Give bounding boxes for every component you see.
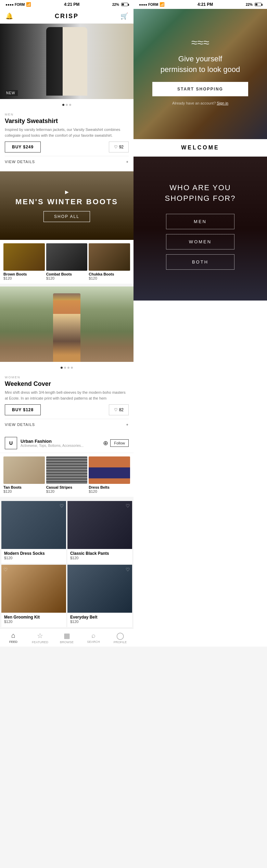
belt-info: Everyday Belt $120 bbox=[67, 613, 132, 627]
hero-tagline: Give yourself permission to look good bbox=[152, 54, 248, 75]
product-category: MEN bbox=[5, 113, 129, 116]
status-time: 4:21 PM bbox=[64, 2, 79, 7]
socks-price: $120 bbox=[4, 556, 63, 560]
app-header: 🔔 CRISP 🛒 bbox=[0, 9, 134, 24]
grooming-price: $120 bbox=[4, 620, 63, 624]
view-details[interactable]: VIEW DETAILS + bbox=[5, 156, 129, 167]
shopping-for-section: WHO ARE YOU SHOPPING FOR? MEN WOMEN BOTH bbox=[134, 157, 267, 301]
brand-info: Urban Fashion Activewear, Tops, Bottoms,… bbox=[21, 439, 103, 448]
chukka-boots-name: Chukka Boots bbox=[89, 272, 130, 276]
brand-name: Urban Fashion bbox=[21, 439, 103, 444]
add-icon: ⊕ bbox=[103, 439, 108, 447]
new-badge: NEW bbox=[3, 89, 18, 96]
brand-logo: U bbox=[5, 437, 17, 449]
right-wifi-icon: 📶 bbox=[160, 2, 165, 7]
grid-item-grooming[interactable]: ♡ Men Grooming Kit $120 bbox=[1, 565, 66, 627]
signin-link[interactable]: Sign in bbox=[217, 101, 228, 105]
grooming-like-icon[interactable]: ♡ bbox=[3, 567, 8, 572]
brown-boots-name: Brown Boots bbox=[3, 272, 45, 276]
start-shopping-button[interactable]: START SHOPPING bbox=[152, 82, 248, 96]
image-dots bbox=[0, 99, 134, 109]
shop-all-button[interactable]: SHOP ALL bbox=[43, 211, 90, 222]
browse-label: BROWSE bbox=[60, 640, 74, 644]
wifi-icon: 📶 bbox=[26, 2, 31, 7]
socks-like-icon[interactable]: ♡ bbox=[60, 503, 64, 509]
welcome-title: WELCOME bbox=[181, 145, 219, 150]
grid-item-casual-stripes[interactable]: Casual Stripes $120 bbox=[46, 456, 88, 493]
right-status-left: ●●●● FORM 📶 bbox=[139, 2, 165, 7]
plus-icon: + bbox=[126, 160, 129, 164]
women-product-description: Mini shift dress with 3/4-length bell-sl… bbox=[5, 390, 129, 401]
nav-browse[interactable]: ▦ BROWSE bbox=[53, 632, 80, 644]
product-info: MEN Varsity Sweatshirt Inspired by varsi… bbox=[0, 109, 134, 171]
cart-icon[interactable]: 🛒 bbox=[120, 12, 128, 20]
pants-name: Classic Black Pants bbox=[70, 551, 129, 556]
follow-button[interactable]: Follow bbox=[110, 439, 129, 447]
nav-search[interactable]: ⌕ SEARCH bbox=[80, 632, 107, 644]
belt-price: $120 bbox=[70, 620, 129, 624]
grooming-info: Men Grooming Kit $120 bbox=[1, 613, 66, 627]
men-button[interactable]: MEN bbox=[166, 214, 234, 229]
women-view-details[interactable]: VIEW DETAILS + bbox=[5, 419, 129, 430]
status-bar: ●●●● FORM 📶 4:21 PM 22% bbox=[0, 0, 134, 9]
app-logo: CRISP bbox=[55, 13, 79, 20]
grid-item-chukka-boots[interactable]: Chukka Boots $120 bbox=[89, 243, 130, 280]
status-right: 22% bbox=[112, 3, 128, 7]
brown-boots-price: $120 bbox=[3, 276, 45, 280]
wide-grid-1: ♡ Modern Dress Socks $120 ♡ Classic Blac… bbox=[0, 500, 134, 565]
featured-icon: ☆ bbox=[37, 632, 43, 640]
women-product-actions: BUY $128 ♡ 82 bbox=[5, 404, 129, 415]
pants-info: Classic Black Pants $120 bbox=[67, 549, 132, 563]
grid-item-dress-belts[interactable]: Dress Belts $120 bbox=[89, 456, 130, 493]
right-battery-icon bbox=[255, 3, 262, 6]
watch-hero-image: ≈≈≈ Give yourself permission to look goo… bbox=[134, 9, 267, 139]
profile-label: PROFILE bbox=[114, 640, 127, 644]
wide-grid-2: ♡ Men Grooming Kit $120 ♡ Everyday Belt … bbox=[0, 565, 134, 628]
buy-button[interactable]: BUY $249 bbox=[5, 142, 41, 152]
grid-item-brown-boots[interactable]: Brown Boots $120 bbox=[3, 243, 45, 280]
casual-stripes-name: Casual Stripes bbox=[46, 485, 88, 489]
browse-icon: ▦ bbox=[64, 632, 70, 640]
women-like-button[interactable]: ♡ 82 bbox=[109, 404, 129, 415]
brand-row: U Urban Fashion Activewear, Tops, Bottom… bbox=[0, 433, 134, 453]
grid-item-pants[interactable]: ♡ Classic Black Pants $120 bbox=[67, 501, 132, 563]
women-buy-button[interactable]: BUY $128 bbox=[5, 404, 41, 415]
bottom-nav: ⌂ FEED ☆ FEATURED ▦ BROWSE ⌕ SEARCH ◯ PR… bbox=[0, 628, 134, 647]
nav-profile[interactable]: ◯ PROFILE bbox=[107, 632, 134, 644]
heart-icon: ♡ bbox=[114, 145, 118, 149]
product-description: Inspired by varsity letterman jackets, o… bbox=[5, 127, 129, 138]
dress-belts-price: $120 bbox=[89, 489, 130, 493]
women-category: WOMEN bbox=[5, 376, 129, 379]
notification-icon[interactable]: 🔔 bbox=[5, 12, 13, 20]
right-signal: ●●●● FORM bbox=[139, 3, 158, 7]
grid-item-socks[interactable]: ♡ Modern Dress Socks $120 bbox=[1, 501, 66, 563]
brown-boots-image bbox=[3, 243, 45, 271]
like-button[interactable]: ♡ 92 bbox=[109, 142, 129, 152]
grid-item-combat-boots[interactable]: Combat Boots $120 bbox=[46, 243, 88, 280]
women-button[interactable]: WOMEN bbox=[166, 234, 234, 249]
both-button[interactable]: BOTH bbox=[166, 254, 234, 270]
battery-icon bbox=[121, 3, 128, 6]
search-label: SEARCH bbox=[87, 640, 100, 644]
grooming-name: Men Grooming Kit bbox=[4, 615, 63, 620]
like-count: 92 bbox=[119, 145, 124, 149]
feed-icon: ⌂ bbox=[11, 632, 15, 639]
product-actions: BUY $249 ♡ 92 bbox=[5, 142, 129, 152]
women-like-count: 82 bbox=[119, 407, 124, 412]
urban-grid: Tan Boots $120 Casual Stripes $120 Dress… bbox=[0, 453, 134, 497]
grid-item-belt[interactable]: ♡ Everyday Belt $120 bbox=[67, 565, 132, 627]
boots-grid: Brown Boots $120 Combat Boots $120 Chukk… bbox=[0, 240, 134, 284]
combat-boots-image bbox=[46, 243, 88, 271]
nav-feed[interactable]: ⌂ FEED bbox=[0, 632, 27, 644]
grid-item-tan-boots[interactable]: Tan Boots $120 bbox=[3, 456, 45, 493]
belt-like-icon[interactable]: ♡ bbox=[126, 567, 130, 572]
pants-like-icon[interactable]: ♡ bbox=[126, 503, 130, 509]
tan-boots-price: $120 bbox=[3, 489, 45, 493]
right-status-bar: ●●●● FORM 📶 4:21 PM 22% bbox=[134, 0, 267, 9]
women-product-info: WOMEN Weekend Cover Mini shift dress wit… bbox=[0, 372, 134, 433]
nav-featured[interactable]: ☆ FEATURED bbox=[27, 632, 53, 644]
socks-info: Modern Dress Socks $120 bbox=[1, 549, 66, 563]
right-status-right: 22% bbox=[246, 3, 262, 7]
boots-banner-overlay: ▶ MEN'S WINTER BOOTS SHOP ALL bbox=[0, 171, 134, 240]
chukka-boots-image bbox=[89, 243, 130, 271]
